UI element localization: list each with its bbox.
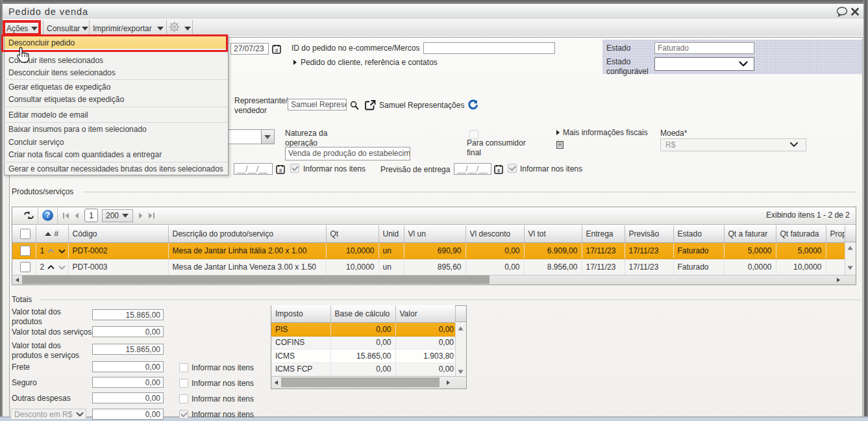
svg-text:8: 8 — [497, 168, 500, 173]
svg-text:8: 8 — [279, 168, 282, 173]
svg-text:8: 8 — [275, 47, 278, 53]
